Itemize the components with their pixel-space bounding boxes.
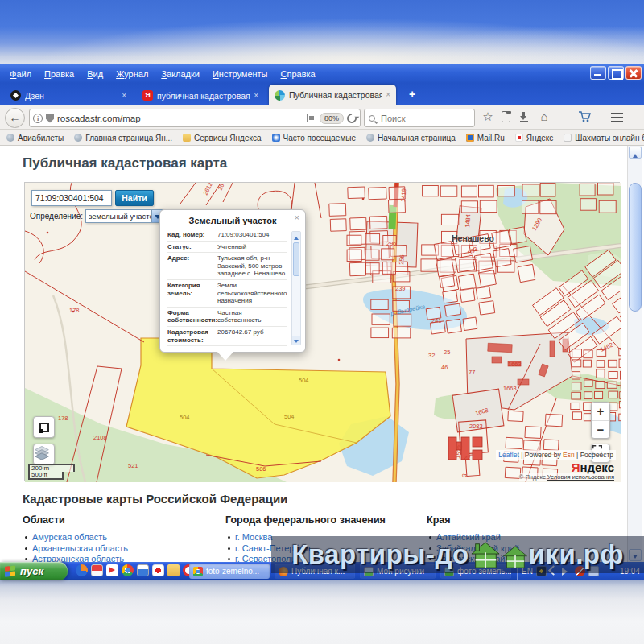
browser-window: ФайлПравкаВидЖурналЗакладкиИнструментыСп… [0,64,644,562]
restore-button[interactable] [608,66,624,80]
bookmark-item[interactable]: Mail.Ru [466,134,505,142]
scrollbar-up-icon[interactable] [629,147,642,159]
scroll-down-icon[interactable] [292,336,300,345]
terms-of-use-link[interactable]: Условия использования [547,473,614,481]
quicklaunch-app-icon[interactable] [91,564,103,576]
search-input[interactable] [379,113,470,124]
parcel-attribute-row: Уточненная площадь: 905900 кв.м [167,345,287,347]
separator: | [521,451,522,459]
region-link[interactable]: Астраханская область [23,554,216,562]
reader-mode-icon[interactable] [307,114,316,122]
bookmark-item[interactable]: Сервисы Яндекса [183,134,261,142]
cart-icon[interactable] [578,110,591,123]
extent-icon [39,423,49,432]
close-button[interactable] [625,66,642,80]
bookmark-item[interactable]: Яндекс [515,134,554,142]
reload-icon[interactable] [345,111,359,125]
tab-dzen[interactable]: Дзен × [5,85,132,105]
desktop-blur-top [0,0,644,64]
back-button[interactable]: ← [5,108,25,128]
popup-close-icon[interactable]: × [295,213,299,222]
map-container[interactable]: 1781782108521504504504586296Ненашево1484… [24,182,620,481]
task-title: foto-zemelno... [206,567,259,576]
extent-tool-button[interactable] [33,416,55,438]
menu-item[interactable]: Файл [3,65,38,83]
task-foto-zemelno[interactable]: foto-zemelno... [189,564,270,579]
esri-link[interactable]: Esri [563,451,575,459]
bookmark-item[interactable]: Часто посещаемые [272,134,357,142]
menu-item[interactable]: Справка [275,65,322,83]
attribute-value: Учтенный [214,243,287,251]
map-parcel-label: 178 [58,415,68,422]
menu-item[interactable]: Правка [38,65,80,83]
bookmark-item[interactable]: Главная страница Ян... [74,134,172,142]
quicklaunch-player-icon[interactable] [106,564,118,576]
attribute-label: Кад. номер: [167,231,214,239]
bookmark-favicon-icon [466,134,474,142]
zoom-out-button[interactable]: − [592,420,609,438]
menu-item[interactable]: Инструменты [206,65,275,83]
bookmark-favicon-icon [183,134,191,142]
map-parcel-label: 504 [299,377,309,384]
zoom-level-badge[interactable]: 80% [320,113,344,124]
tab-cadastral-search[interactable]: Я публичная кадастровая... × [137,85,264,105]
search-bar[interactable] [364,109,475,127]
map-parcel-label: 2108 [93,434,107,441]
minimize-button[interactable] [590,66,606,80]
address-bar[interactable]: i roscadastr.com/map 80% [29,109,361,127]
browser-scrollbar[interactable] [627,146,642,562]
tab-close-icon[interactable]: × [254,92,258,100]
map-attribution: Leaflet | Powered by Esri | Росреестр [496,450,616,460]
menu-hamburger-icon[interactable] [611,113,623,122]
selected-option: земельный участок [86,210,151,222]
bookmark-star-icon[interactable]: ☆ [481,110,494,123]
region-link[interactable]: Архангельская область [23,543,216,555]
map-parcel-label: 46 [441,364,448,371]
library-icon[interactable] [502,111,510,122]
scale-bar: 200 m 500 ft [28,464,75,480]
quicklaunch-browser-icon[interactable] [76,564,88,576]
window-controls [590,66,642,80]
navigation-toolbar: ← i roscadastr.com/map 80% ☆ ⌂ [0,105,644,130]
menu-item[interactable]: Журнал [109,65,155,83]
bookmark-item[interactable]: Шахматы онлайн без ... [564,134,644,142]
tab-cadastral-map-active[interactable]: Публичная кадастровая... × [269,85,396,105]
menu-bar: ФайлПравкаВидЖурналЗакладкиИнструментыСп… [0,64,644,83]
leaflet-link[interactable]: Leaflet [498,451,519,459]
scrollbar-thumb[interactable] [629,183,642,312]
quicklaunch-folder-icon[interactable] [167,564,180,576]
tab-close-icon[interactable]: × [386,91,390,99]
zoom-in-button[interactable]: + [592,402,609,420]
quicklaunch-chrome-icon[interactable] [122,564,134,576]
cadastral-number-input[interactable] [31,190,112,206]
popup-scrollbar[interactable] [291,231,301,345]
tab-title: публичная кадастровая... [157,91,250,101]
new-tab-button[interactable]: + [402,87,422,103]
url-text[interactable]: roscadastr.com/map [57,114,303,123]
start-button[interactable]: пуск [0,562,68,580]
parcel-attribute-row: Форма собственности: Частная собственнос… [167,307,287,326]
tab-close-icon[interactable]: × [122,92,126,100]
yandex-logo[interactable]: Яндекс [572,460,614,474]
scroll-thumb[interactable] [293,242,299,276]
bookmark-item[interactable]: Авиабилеты [6,134,64,142]
find-button[interactable]: Найти [115,190,154,206]
object-type-select[interactable]: земельный участок [85,209,164,223]
region-link[interactable]: Амурская область [23,532,216,543]
scroll-up-icon[interactable] [292,232,300,240]
map-parcel-label: 1663 [503,385,517,392]
layers-button[interactable] [33,444,55,465]
bookmark-item[interactable]: Начальная страница [366,134,456,142]
search-icon [369,115,375,122]
start-label: пуск [20,565,43,577]
home-icon[interactable]: ⌂ [538,110,551,123]
quicklaunch-paint-icon[interactable] [137,564,149,576]
page-info-icon[interactable]: i [33,114,43,123]
tracking-shield-icon[interactable] [46,114,54,123]
menu-item[interactable]: Вид [80,65,109,83]
menu-item[interactable]: Закладки [155,65,206,83]
map-parcel-label: 504 [180,414,190,421]
downloads-icon[interactable] [518,110,530,123]
quicklaunch-yandex-icon[interactable] [152,564,164,576]
map-parcel-label: 296 [386,240,397,247]
